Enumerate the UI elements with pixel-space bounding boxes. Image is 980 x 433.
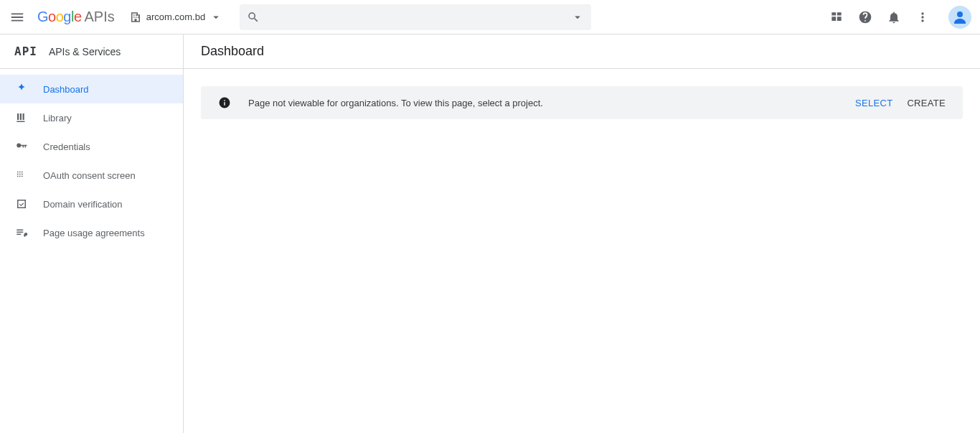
select-button[interactable]: SELECT — [855, 98, 892, 108]
project-picker[interactable]: arcom.com.bd — [129, 11, 222, 24]
content-area: API APIs & Services Dashboard Library — [0, 34, 980, 433]
sidebar-title: APIs & Services — [49, 46, 121, 57]
sidebar-item-label: Page usage agreements — [43, 228, 145, 238]
apis-text: APIs — [85, 9, 115, 25]
top-right-actions — [828, 6, 971, 29]
page-title: Dashboard — [201, 44, 264, 59]
search-input[interactable] — [265, 11, 571, 23]
gift-icon[interactable] — [828, 9, 845, 26]
project-name: arcom.com.bd — [146, 11, 205, 22]
more-vert-icon[interactable] — [914, 9, 931, 26]
banner-actions: SELECT CREATE — [855, 98, 946, 108]
info-banner: Page not viewable for organizations. To … — [201, 86, 963, 119]
search-dropdown-icon[interactable] — [571, 11, 584, 24]
sidebar-item-dashboard[interactable]: Dashboard — [0, 75, 183, 103]
top-bar: Google APIs arcom.com.bd — [0, 0, 980, 34]
chevron-down-icon — [209, 11, 222, 24]
search-icon — [247, 11, 260, 24]
sidebar-item-label: Library — [43, 113, 72, 124]
sidebar-item-page-usage[interactable]: Page usage agreements — [0, 218, 183, 247]
main-body: Page not viewable for organizations. To … — [184, 69, 980, 433]
menu-icon[interactable] — [9, 9, 26, 26]
sidebar-item-label: Credentials — [43, 141, 90, 152]
svg-point-0 — [957, 11, 963, 17]
search-box[interactable] — [240, 4, 591, 30]
main-panel: Dashboard Page not viewable for organiza… — [184, 34, 980, 433]
sidebar-item-oauth[interactable]: OAuth consent screen — [0, 161, 183, 190]
sidebar-item-library[interactable]: Library — [0, 103, 183, 132]
api-badge: API — [14, 45, 37, 58]
sidebar-item-label: Dashboard — [43, 84, 89, 95]
sidebar-item-credentials[interactable]: Credentials — [0, 132, 183, 161]
notifications-icon[interactable] — [885, 9, 903, 26]
google-logo-text: Google — [37, 9, 82, 25]
sidebar-header: API APIs & Services — [0, 34, 183, 69]
sidebar-item-label: Domain verification — [43, 199, 123, 210]
sidebar-nav: Dashboard Library Credentials OAuth cons… — [0, 69, 183, 253]
library-icon — [14, 111, 29, 125]
sidebar-item-domain-verification[interactable]: Domain verification — [0, 190, 183, 218]
consent-icon — [14, 168, 29, 182]
create-button[interactable]: CREATE — [907, 98, 946, 108]
banner-message: Page not viewable for organizations. To … — [248, 98, 543, 108]
help-icon[interactable] — [857, 9, 874, 26]
dashboard-icon — [14, 82, 29, 96]
main-header: Dashboard — [184, 34, 980, 69]
person-icon — [951, 9, 969, 26]
verified-icon — [14, 197, 29, 211]
agreements-icon — [14, 225, 29, 240]
info-icon — [218, 96, 231, 109]
google-apis-logo[interactable]: Google APIs — [37, 9, 115, 25]
sidebar: API APIs & Services Dashboard Library — [0, 34, 184, 433]
organization-icon — [129, 11, 142, 24]
key-icon — [14, 139, 29, 154]
account-avatar[interactable] — [948, 6, 971, 29]
sidebar-item-label: OAuth consent screen — [43, 170, 136, 181]
